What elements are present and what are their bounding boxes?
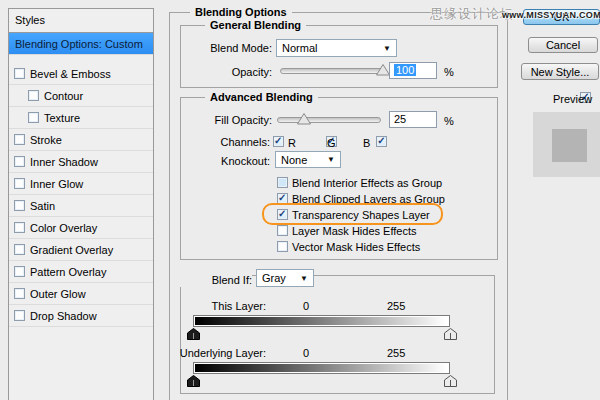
opacity-label: Opacity: [180,66,272,78]
option-label: Transparency Shapes Layer [292,209,430,221]
opacity-input[interactable]: 100 [389,62,437,79]
inner-shadow-checkbox[interactable] [14,156,25,167]
fill-opacity-unit: % [444,115,454,127]
style-item-outer-glow[interactable]: Outer Glow [9,283,153,305]
style-item-label: Pattern Overlay [30,266,106,278]
underlying-layer-gradient-bar [193,362,450,374]
preview-thumbnail-layer [552,129,587,162]
style-item-contour[interactable]: Contour [9,85,153,107]
color-overlay-checkbox[interactable] [14,222,25,233]
style-item-label: Satin [30,200,55,212]
channel-g-label: G [327,137,336,149]
style-item-label: Inner Shadow [30,156,98,168]
blend-interior-effects-checkbox[interactable] [277,177,288,188]
channels-label: Channels: [180,136,270,148]
this-layer-label: This Layer: [180,300,266,312]
this-layer-white-slider[interactable] [444,328,457,340]
this-layer-black-slider[interactable] [187,328,200,340]
style-item-blending-options-selected[interactable]: Blending Options: Custom [9,33,153,55]
fill-opacity-slider-thumb[interactable] [297,113,311,125]
chevron-down-icon: ▼ [383,44,391,53]
chevron-down-icon: ▼ [327,155,335,164]
channel-b-label: B [363,137,370,149]
option-label: Blend Clipped Layers as Group [292,193,445,205]
this-layer-min: 0 [303,300,309,312]
style-item-label: Texture [44,112,80,124]
underlying-layer-label: Underlying Layer: [172,347,266,359]
this-layer-max: 255 [387,300,405,312]
vector-mask-hides-effects-checkbox[interactable] [277,241,288,252]
style-item-texture[interactable]: Texture [9,107,153,129]
opacity-value: 100 [394,64,416,76]
option-transparency-shapes-layer[interactable]: Transparency Shapes Layer [277,209,492,220]
fill-opacity-label: Fill Opacity: [180,114,272,126]
style-item-color-overlay[interactable]: Color Overlay [9,217,153,239]
option-blend-clipped-layers[interactable]: Blend Clipped Layers as Group [277,193,492,204]
general-blending-title: General Blending [205,19,306,31]
preview-label: Preview [553,93,592,105]
channel-r-checkbox[interactable] [273,136,284,147]
outer-glow-checkbox[interactable] [14,288,25,299]
channel-r-label: R [288,137,296,149]
contour-checkbox[interactable] [28,90,39,101]
gradient-overlay-checkbox[interactable] [14,244,25,255]
style-item-inner-glow[interactable]: Inner Glow [9,173,153,195]
fill-opacity-value: 25 [394,113,406,125]
fill-opacity-slider[interactable] [277,117,381,123]
style-item-drop-shadow[interactable]: Drop Shadow [9,305,153,327]
opacity-unit: % [444,66,454,78]
layer-mask-hides-effects-checkbox[interactable] [277,225,288,236]
style-item-label: Contour [44,90,83,102]
pattern-overlay-checkbox[interactable] [14,266,25,277]
style-item-inner-shadow[interactable]: Inner Shadow [9,151,153,173]
transparency-shapes-layer-checkbox[interactable] [277,209,288,220]
satin-checkbox[interactable] [14,200,25,211]
bevel-emboss-checkbox[interactable] [14,68,25,79]
style-item-label: Outer Glow [30,288,86,300]
fill-opacity-input[interactable]: 25 [389,111,437,128]
channel-b-checkbox[interactable] [376,136,387,147]
advanced-blending-title: Advanced Blending [205,91,318,103]
underlying-layer-white-slider[interactable] [444,375,457,387]
texture-checkbox[interactable] [28,112,39,123]
style-item-label: Gradient Overlay [30,244,113,256]
preview-thumbnail [533,112,600,177]
option-blend-interior-effects[interactable]: Blend Interior Effects as Group [277,177,492,188]
cancel-button[interactable]: Cancel [528,37,598,53]
option-vector-mask-hides-effects[interactable]: Vector Mask Hides Effects [277,241,492,252]
style-item-stroke[interactable]: Stroke [9,129,153,151]
inner-glow-checkbox[interactable] [14,178,25,189]
watermark-url: www.MISSYUAN.COM [502,10,600,20]
underlying-layer-black-slider[interactable] [187,375,200,387]
blend-mode-label: Blend Mode: [180,42,272,54]
blend-clipped-layers-checkbox[interactable] [277,193,288,204]
blending-options-title: Blending Options [190,6,292,18]
knockout-label: Knockout: [180,155,270,167]
blend-if-channel-value: Gray [262,272,286,284]
stroke-checkbox[interactable] [14,134,25,145]
blend-mode-value: Normal [282,42,317,54]
blend-mode-select[interactable]: Normal ▼ [276,39,397,57]
style-item-pattern-overlay[interactable]: Pattern Overlay [9,261,153,283]
advanced-options-list: Blend Interior Effects as Group Blend Cl… [277,177,492,257]
style-item-gradient-overlay[interactable]: Gradient Overlay [9,239,153,261]
chevron-down-icon: ▼ [300,274,308,283]
drop-shadow-checkbox[interactable] [14,310,25,321]
opacity-slider-thumb[interactable] [376,64,390,76]
style-item-bevel-emboss[interactable]: Bevel & Emboss [9,63,153,85]
blend-if-label: Blend If: [180,273,252,287]
option-layer-mask-hides-effects[interactable]: Layer Mask Hides Effects [277,225,492,236]
underlying-layer-min: 0 [303,347,309,359]
option-label: Layer Mask Hides Effects [292,225,417,237]
opacity-slider[interactable] [280,68,384,74]
style-item-label: Bevel & Emboss [30,68,111,80]
knockout-select[interactable]: None ▼ [275,151,341,168]
layer-style-dialog: { "watermark": { "site_cn": "思缘设计论坛", "s… [0,0,600,400]
option-label: Vector Mask Hides Effects [292,241,420,253]
this-layer-gradient-bar [193,315,450,327]
style-item-label: Stroke [30,134,62,146]
style-item-label: Color Overlay [30,222,97,234]
blend-if-channel-select[interactable]: Gray ▼ [256,269,314,287]
style-item-satin[interactable]: Satin [9,195,153,217]
new-style-button[interactable]: New Style... [521,63,599,80]
